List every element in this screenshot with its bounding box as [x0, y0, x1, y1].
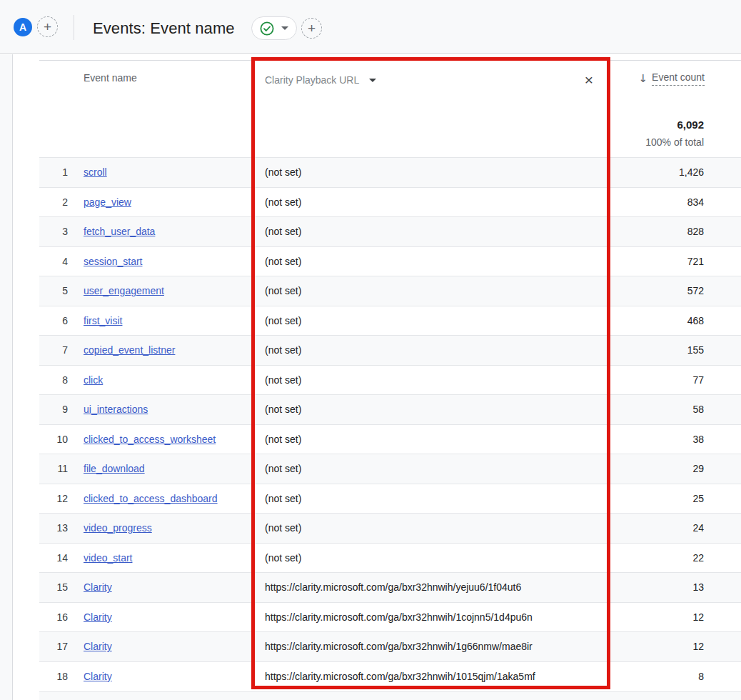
table-row: 10 clicked_to_access_worksheet (not set)…: [39, 424, 741, 454]
row-playback-url-value: (not set): [265, 463, 632, 474]
table-row: 15 Clarity https://clarity.microsoft.com…: [39, 572, 741, 602]
row-event-name: clicked_to_access_worksheet: [84, 434, 265, 445]
row-playback-url-value: (not set): [265, 434, 632, 445]
add-comparison-button[interactable]: +: [37, 16, 58, 37]
row-rank: 11: [39, 463, 68, 474]
row-event-name: user_engagement: [84, 285, 265, 296]
row-playback-url-value: https://clarity.microsoft.com/ga/bxr32hn…: [265, 581, 632, 593]
row-event-count: 38: [632, 434, 704, 445]
table-row: 9 ui_interactions (not set) 58: [39, 394, 741, 424]
row-rank: 18: [39, 671, 68, 682]
row-event-count: 58: [632, 404, 704, 415]
table-row: 17 Clarity https://clarity.microsoft.com…: [39, 631, 741, 661]
row-rank: 15: [39, 581, 68, 593]
header-divider: [74, 15, 74, 40]
table-row: 3 fetch_user_data (not set) 828: [39, 216, 741, 246]
row-rank: 17: [39, 641, 68, 652]
row-event-count: 77: [632, 374, 704, 386]
row-rank: 16: [39, 611, 68, 623]
event-name-link[interactable]: ui_interactions: [84, 404, 148, 415]
row-rank: 12: [39, 493, 68, 504]
add-metric-button[interactable]: +: [301, 18, 322, 39]
row-playback-url-value: (not set): [265, 344, 632, 356]
event-name-link[interactable]: Clarity: [84, 641, 112, 652]
event-name-link[interactable]: video_start: [84, 552, 132, 564]
totals-block: 6,092 100% of total: [645, 119, 704, 148]
row-playback-url-value: (not set): [265, 522, 632, 534]
row-playback-url-value: (not set): [265, 226, 632, 237]
row-event-name: Clarity: [84, 611, 265, 623]
event-name-link[interactable]: copied_event_listner: [84, 344, 175, 356]
chevron-down-icon: [281, 26, 288, 30]
event-name-link[interactable]: user_engagement: [84, 285, 164, 296]
row-playback-url-value: (not set): [265, 552, 632, 564]
row-playback-url-value: (not set): [265, 196, 632, 208]
row-rank: 4: [39, 256, 68, 267]
row-event-count: 12: [632, 641, 704, 652]
event-name-link[interactable]: fetch_user_data: [84, 226, 155, 237]
check-circle-icon: [260, 21, 274, 36]
row-event-name: copied_event_listner: [84, 344, 265, 356]
event-name-link[interactable]: click: [84, 374, 103, 386]
row-event-name: page_view: [84, 196, 265, 208]
table-row: 2 page_view (not set) 834: [39, 187, 741, 217]
table-row: 13 video_progress (not set) 24: [39, 513, 741, 543]
event-name-link[interactable]: Clarity: [84, 611, 112, 623]
remove-dimension-close-icon[interactable]: ×: [580, 70, 598, 89]
event-name-link[interactable]: scroll: [84, 166, 107, 178]
row-rank: 3: [39, 226, 68, 237]
row-event-name: video_progress: [84, 522, 265, 534]
row-rank: 7: [39, 344, 68, 356]
event-name-link[interactable]: page_view: [84, 196, 131, 208]
left-gutter: [0, 54, 13, 700]
app-header: A + Events: Event name +: [0, 0, 741, 54]
row-event-count: 1,426: [632, 166, 704, 178]
ga4-events-report-page: A + Events: Event name + Event name Clar…: [0, 0, 741, 700]
table-row: 8 click (not set) 77: [39, 365, 741, 395]
row-playback-url-value: (not set): [265, 256, 632, 267]
row-event-count: 12: [632, 611, 704, 623]
row-rank: 1: [39, 166, 68, 178]
table-row: 5 user_engagement (not set) 572: [39, 276, 741, 306]
table-top-border: [39, 60, 741, 61]
row-event-name: file_download: [84, 463, 265, 474]
event-name-link[interactable]: Clarity: [84, 581, 112, 593]
table-row: 16 Clarity https://clarity.microsoft.com…: [39, 602, 741, 632]
grand-total-share: 100% of total: [645, 136, 704, 148]
table-row-partial: [39, 691, 741, 700]
row-event-count: 834: [632, 196, 704, 208]
row-playback-url-value: (not set): [265, 166, 632, 178]
row-playback-url-value: https://clarity.microsoft.com/ga/bxr32hn…: [265, 671, 632, 682]
row-event-count: 13: [632, 581, 704, 593]
row-event-count: 572: [632, 285, 704, 296]
page-title: Events: Event name: [93, 19, 235, 38]
column-header-event-count-label: Event count: [652, 71, 705, 86]
row-event-name: fetch_user_data: [84, 226, 265, 237]
row-event-count: 468: [632, 315, 704, 326]
column-header-event-name[interactable]: Event name: [84, 72, 137, 84]
row-playback-url-value: (not set): [265, 404, 632, 415]
event-name-link[interactable]: first_visit: [84, 315, 122, 326]
row-playback-url-value: https://clarity.microsoft.com/ga/bxr32hn…: [265, 641, 632, 652]
row-rank: 5: [39, 285, 68, 296]
row-event-name: Clarity: [84, 671, 265, 682]
event-name-link[interactable]: Clarity: [84, 671, 112, 682]
row-event-name: video_start: [84, 552, 265, 564]
event-name-link[interactable]: session_start: [84, 256, 142, 267]
event-name-link[interactable]: file_download: [84, 463, 145, 474]
row-event-name: scroll: [84, 166, 265, 178]
row-rank: 9: [39, 404, 68, 415]
table-row: 14 video_start (not set) 22: [39, 543, 741, 573]
event-name-link[interactable]: clicked_to_access_dashboard: [84, 493, 218, 504]
event-name-link[interactable]: video_progress: [84, 522, 152, 534]
event-name-link[interactable]: clicked_to_access_worksheet: [84, 434, 216, 445]
row-event-count: 24: [632, 522, 704, 534]
table-row: 4 session_start (not set) 721: [39, 246, 741, 276]
data-quality-dropdown[interactable]: [251, 16, 297, 40]
column-header-playback-url[interactable]: Clarity Playback URL: [265, 74, 376, 86]
row-rank: 10: [39, 434, 68, 445]
table-row: 7 copied_event_listner (not set) 155: [39, 335, 741, 365]
column-header-event-count[interactable]: ↓ Event count: [638, 71, 705, 86]
row-playback-url-value: https://clarity.microsoft.com/ga/bxr32hn…: [265, 611, 632, 623]
comparison-avatar[interactable]: A: [14, 18, 32, 36]
